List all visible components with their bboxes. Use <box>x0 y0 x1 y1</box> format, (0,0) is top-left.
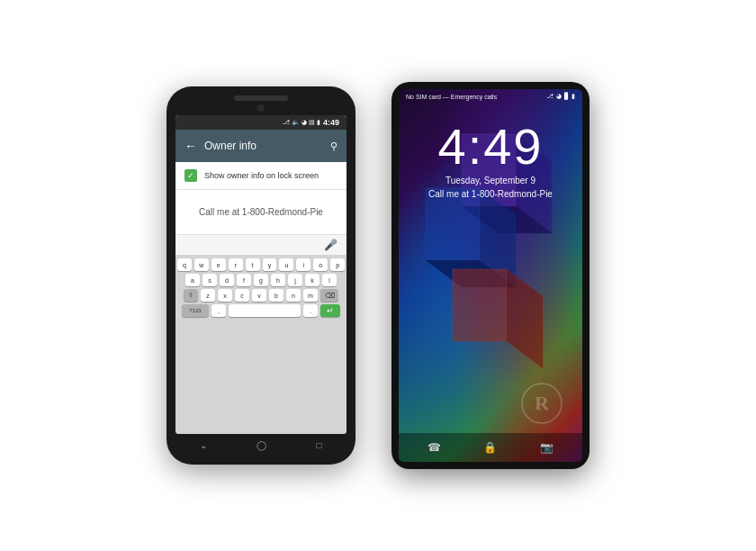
owner-info-input[interactable]: Call me at 1-800-Redmond-Pie <box>176 190 346 235</box>
key-o[interactable]: o <box>313 258 328 271</box>
status-icons-right: ⎇ ◕ ▊ ▮ <box>546 93 575 100</box>
key-d[interactable]: d <box>220 274 234 286</box>
key-j[interactable]: j <box>288 274 302 286</box>
owner-info-text: Call me at 1-800-Redmond-Pie <box>199 207 323 217</box>
keyboard-row-3: ⇧ z x c v b n m ⌫ <box>177 289 345 302</box>
key-r[interactable]: r <box>229 258 243 271</box>
right-phone-screen: No SIM card — Emergency calls ⎇ ◕ ▊ ▮ 4:… <box>399 89 582 462</box>
mic-icon[interactable]: 🎤 <box>324 239 338 251</box>
keyboard: q w e r t y u i o p a s d f g h j k <box>176 255 346 434</box>
keyboard-row-4: ?123 , . ↵ <box>177 304 345 317</box>
key-b[interactable]: b <box>269 289 284 302</box>
key-num[interactable]: ?123 <box>182 304 209 317</box>
mute-icon: 🔈 <box>292 119 300 126</box>
key-h[interactable]: h <box>271 274 285 286</box>
wifi-icon-right: ◕ <box>556 93 562 100</box>
battery-icon-right: ▮ <box>572 93 575 100</box>
mic-row: 🎤 <box>176 235 346 255</box>
key-t[interactable]: t <box>246 258 260 271</box>
left-phone-screen: ⎇ 🔈 ◕ ▤ ▮ 4:49 ← Owner info ⚲ ✓ Show own… <box>176 115 346 434</box>
checkbox-label: Show owner info on lock screen <box>204 171 319 180</box>
speaker <box>234 95 288 101</box>
camera <box>257 104 265 112</box>
status-bar-right: No SIM card — Emergency calls ⎇ ◕ ▊ ▮ <box>399 89 582 104</box>
svg-text:R: R <box>535 392 550 414</box>
key-g[interactable]: g <box>254 274 268 286</box>
camera-icon[interactable]: 📷 <box>540 441 554 454</box>
status-bar-left: ⎇ 🔈 ◕ ▤ ▮ 4:49 <box>176 115 346 130</box>
signal-icon-right: ▊ <box>564 93 569 100</box>
lock-owner-text: Call me at 1-800-Redmond-Pie <box>428 189 553 199</box>
bottom-nav-right: ☎ 🔒 📷 <box>399 433 582 462</box>
toolbar: ← Owner info ⚲ <box>176 130 346 162</box>
keyboard-row-1: q w e r t y u i o p <box>177 258 345 271</box>
wifi-icon: ◕ <box>302 119 307 126</box>
settings-content: ✓ Show owner info on lock screen Call me… <box>176 162 346 235</box>
key-a[interactable]: a <box>185 274 200 286</box>
toolbar-title: Owner info <box>204 140 323 152</box>
key-x[interactable]: x <box>218 289 232 302</box>
no-sim-text: No SIM card — Emergency calls <box>406 94 497 100</box>
watermark-logo: R <box>519 381 564 426</box>
back-button[interactable]: ← <box>184 139 197 153</box>
key-f[interactable]: f <box>237 274 251 286</box>
key-q[interactable]: q <box>177 258 192 271</box>
key-shift[interactable]: ⇧ <box>184 289 198 302</box>
bluetooth-icon: ⎇ <box>283 119 290 126</box>
key-comma[interactable]: , <box>212 304 226 317</box>
bottom-nav-left: ⌄ ◯ □ <box>176 434 346 456</box>
key-enter[interactable]: ↵ <box>320 304 340 317</box>
search-icon[interactable]: ⚲ <box>330 140 338 152</box>
key-backspace[interactable]: ⌫ <box>320 289 338 302</box>
phone-icon[interactable]: ☎ <box>428 441 441 454</box>
lockscreen-content: No SIM card — Emergency calls ⎇ ◕ ▊ ▮ 4:… <box>399 89 582 462</box>
key-k[interactable]: k <box>305 274 320 286</box>
checkbox-row[interactable]: ✓ Show owner info on lock screen <box>176 162 346 190</box>
right-phone: No SIM card — Emergency calls ⎇ ◕ ▊ ▮ 4:… <box>392 82 590 469</box>
lock-icon[interactable]: 🔒 <box>483 441 497 454</box>
key-e[interactable]: e <box>212 258 226 271</box>
key-z[interactable]: z <box>201 289 215 302</box>
lock-time: 4:49 <box>438 122 544 172</box>
key-l[interactable]: l <box>322 274 337 286</box>
key-w[interactable]: w <box>194 258 209 271</box>
key-y[interactable]: y <box>263 258 277 271</box>
checkbox[interactable]: ✓ <box>184 169 197 182</box>
nav-recent-icon[interactable]: □ <box>316 440 321 450</box>
nav-back-icon[interactable]: ⌄ <box>200 440 207 450</box>
key-s[interactable]: s <box>202 274 217 286</box>
signal-icon: ▤ <box>309 119 315 126</box>
battery-icon: ▮ <box>317 119 320 126</box>
key-i[interactable]: i <box>296 258 310 271</box>
key-space[interactable] <box>229 304 301 317</box>
key-m[interactable]: m <box>303 289 318 302</box>
clock-area: 4:49 Tuesday, September 9 Call me at 1-8… <box>399 104 582 206</box>
key-period[interactable]: . <box>303 304 318 317</box>
key-v[interactable]: v <box>252 289 266 302</box>
status-icons: ⎇ 🔈 ◕ ▤ ▮ <box>283 119 320 126</box>
checkmark-icon: ✓ <box>187 172 194 180</box>
bluetooth-icon-right: ⎇ <box>546 93 554 100</box>
key-c[interactable]: c <box>235 289 249 302</box>
keyboard-row-2: a s d f g h j k l <box>177 274 345 286</box>
key-u[interactable]: u <box>279 258 293 271</box>
key-n[interactable]: n <box>286 289 301 302</box>
left-phone: ⎇ 🔈 ◕ ▤ ▮ 4:49 ← Owner info ⚲ ✓ Show own… <box>166 86 356 465</box>
key-p[interactable]: p <box>330 258 345 271</box>
status-time: 4:49 <box>323 118 339 127</box>
nav-home-icon[interactable]: ◯ <box>256 440 266 450</box>
lock-date: Tuesday, September 9 <box>446 176 536 185</box>
